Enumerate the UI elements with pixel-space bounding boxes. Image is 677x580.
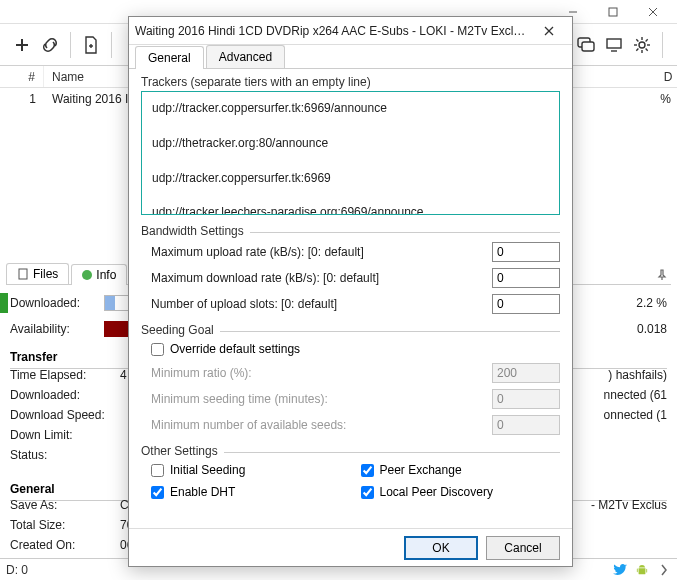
chat-icon[interactable] [572,31,600,59]
dlspeed-k: Download Speed: [10,408,120,428]
enable-dht-checkbox[interactable] [151,486,164,499]
svg-line-19 [646,39,648,41]
upload-slots-label: Number of upload slots: [0: default] [141,297,492,311]
svg-line-20 [636,48,638,50]
dialog-titlebar[interactable]: Waiting 2016 Hindi 1CD DVDRip x264 AAC E… [129,17,572,45]
time-elapsed-v: 4 [120,368,127,388]
created-k: Created On: [10,538,120,558]
trackers-label: Trackers (separate tiers with an empty l… [141,75,377,89]
availability-label: Availability: [10,322,102,336]
row-pct: % [633,88,677,110]
name-right: - M2Tv Exclus [591,498,667,518]
tab-general[interactable]: General [135,46,204,69]
close-icon[interactable] [633,1,673,23]
cancel-button[interactable]: Cancel [486,536,560,560]
bandwidth-group: Bandwidth Settings Maximum upload rate (… [141,224,560,317]
connected2-v: onnected (1 [604,408,667,428]
create-torrent-icon[interactable] [77,31,105,59]
dialog-footer: OK Cancel [129,528,572,566]
downloaded-pct: 2.2 % [636,296,667,310]
ok-button[interactable]: OK [404,536,478,560]
svg-rect-9 [582,42,594,51]
col-d[interactable]: D [659,66,677,87]
settings-icon[interactable] [628,31,656,59]
max-upload-input[interactable] [492,242,560,262]
svg-line-18 [646,48,648,50]
pin-icon[interactable] [653,266,671,284]
info-icon [82,270,92,280]
peer-exchange-checkbox[interactable] [361,464,374,477]
peer-exchange-label: Peer Exchange [380,463,462,477]
downlimit-k: Down Limit: [10,428,120,448]
local-peer-discovery-label: Local Peer Discovery [380,485,493,499]
tab-advanced[interactable]: Advanced [206,45,285,68]
tab-info[interactable]: Info [71,264,127,285]
status-k: Status: [10,448,120,468]
dialog-close-icon[interactable] [532,20,566,42]
local-peer-discovery-checkbox[interactable] [361,486,374,499]
override-label: Override default settings [170,342,300,356]
total-k: Total Size: [10,518,120,538]
min-time-label: Minimum seeding time (minutes): [141,392,492,406]
tab-info-label: Info [96,268,116,282]
twitter-icon[interactable] [613,564,627,576]
saveas-k: Save As: [10,498,120,518]
other-header: Other Settings [141,444,224,458]
seeding-group: Seeding Goal Override default settings M… [141,323,560,438]
max-upload-label: Maximum upload rate (kB/s): [0: default] [141,245,492,259]
min-ratio-input [492,363,560,383]
torrent-properties-dialog: Waiting 2016 Hindi 1CD DVDRip x264 AAC E… [128,16,573,567]
dialog-title: Waiting 2016 Hindi 1CD DVDRip x264 AAC E… [135,24,532,38]
min-seeds-input [492,415,560,435]
add-torrent-icon[interactable] [8,31,36,59]
dialog-tabs: General Advanced [129,45,572,69]
availability-val: 0.018 [637,322,667,336]
override-checkbox[interactable] [151,343,164,356]
time-elapsed-k: Time Elapsed: [10,368,120,388]
maximize-icon[interactable] [593,1,633,23]
active-indicator [0,293,8,313]
hashfails-v: ) hashfails) [608,368,667,388]
min-ratio-label: Minimum ratio (%): [141,366,492,380]
svg-line-17 [636,39,638,41]
status-left: D: 0 [6,563,28,577]
initial-seeding-label: Initial Seeding [170,463,245,477]
tab-files-label: Files [33,267,58,281]
remote-icon[interactable] [600,31,628,59]
dialog-body: Trackers (separate tiers with an empty l… [129,69,572,528]
downloaded-k: Downloaded: [10,388,120,408]
tab-files[interactable]: Files [6,263,69,284]
upload-slots-input[interactable] [492,294,560,314]
svg-rect-21 [19,269,27,279]
row-idx: 1 [0,88,44,110]
seeding-header: Seeding Goal [141,323,220,337]
other-group: Other Settings Initial Seeding Peer Exch… [141,444,560,503]
svg-rect-1 [609,8,617,16]
min-seeds-label: Minimum number of available seeds: [141,418,492,432]
col-idx[interactable]: # [0,66,44,87]
svg-rect-10 [607,39,621,48]
add-url-icon[interactable] [36,31,64,59]
enable-dht-label: Enable DHT [170,485,235,499]
bandwidth-header: Bandwidth Settings [141,224,250,238]
chevron-right-icon[interactable] [657,564,671,576]
min-time-input [492,389,560,409]
initial-seeding-checkbox[interactable] [151,464,164,477]
max-download-input[interactable] [492,268,560,288]
max-download-label: Maximum download rate (kB/s): [0: defaul… [141,271,492,285]
file-icon [17,268,29,280]
trackers-input[interactable] [141,91,560,215]
android-icon[interactable] [635,564,649,576]
trackers-group: Trackers (separate tiers with an empty l… [141,75,560,218]
svg-point-12 [639,42,645,48]
connected1-v: nnected (61 [604,388,667,408]
downloaded-label: Downloaded: [10,296,102,310]
